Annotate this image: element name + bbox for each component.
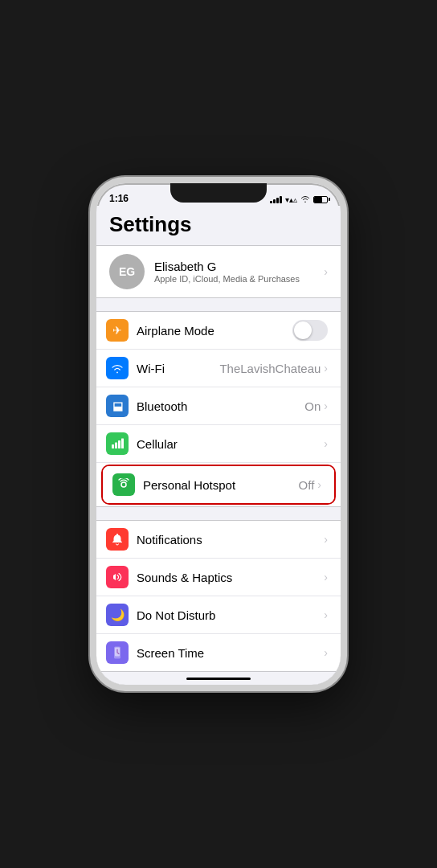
wifi-signal-icon	[300, 194, 310, 204]
sounds-haptics-chevron: ›	[324, 571, 328, 583]
wifi-label: Wi-Fi	[137, 362, 219, 375]
svg-rect-3	[121, 439, 124, 449]
bluetooth-label: Bluetooth	[137, 399, 304, 413]
bluetooth-row[interactable]: ⬓ Bluetooth On ›	[96, 387, 341, 425]
page-title: Settings	[96, 206, 341, 245]
screen-time-chevron: ›	[324, 646, 328, 659]
cellular-row[interactable]: Cellular ›	[96, 425, 341, 463]
notifications-chevron: ›	[324, 533, 328, 546]
sounds-haptics-label: Sounds & Haptics	[137, 571, 324, 584]
connectivity-section: ✈ Airplane Mode Wi-Fi TheLavishChateau	[96, 311, 341, 507]
status-icons: ▾▴▵	[270, 194, 328, 204]
svg-rect-2	[118, 440, 120, 448]
svg-point-4	[121, 482, 126, 487]
airplane-mode-icon: ✈	[106, 319, 129, 342]
screen-time-icon	[106, 641, 129, 664]
wifi-icon: ▾▴▵	[285, 195, 297, 204]
bluetooth-chevron: ›	[324, 399, 328, 412]
notch	[170, 183, 267, 203]
sounds-haptics-icon	[106, 566, 129, 588]
personal-hotspot-chevron: ›	[317, 478, 321, 491]
bluetooth-value: On	[304, 399, 321, 413]
status-time: 1:16	[109, 193, 129, 204]
airplane-mode-label: Airplane Mode	[137, 324, 292, 338]
personal-hotspot-icon	[112, 473, 135, 496]
notifications-row[interactable]: Notifications ›	[96, 521, 341, 559]
cellular-chevron: ›	[324, 437, 328, 450]
signal-icon	[270, 195, 282, 203]
svg-rect-1	[115, 443, 117, 449]
cellular-label: Cellular	[137, 437, 324, 451]
do-not-disturb-label: Do Not Disturb	[137, 608, 324, 622]
do-not-disturb-chevron: ›	[324, 608, 328, 621]
notifications-icon	[106, 528, 129, 551]
profile-info: Elisabeth G Apple ID, iCloud, Media & Pu…	[154, 260, 314, 284]
profile-name: Elisabeth G	[154, 260, 314, 273]
screen-content: Settings EG Elisabeth G Apple ID, iCloud…	[96, 206, 341, 685]
battery-icon	[313, 196, 328, 203]
profile-row[interactable]: EG Elisabeth G Apple ID, iCloud, Media &…	[96, 246, 341, 297]
airplane-mode-toggle[interactable]	[292, 320, 328, 341]
bluetooth-icon: ⬓	[106, 395, 129, 417]
do-not-disturb-row[interactable]: 🌙 Do Not Disturb ›	[96, 596, 341, 634]
wifi-icon	[106, 357, 129, 379]
do-not-disturb-icon: 🌙	[106, 604, 129, 626]
profile-subtitle: Apple ID, iCloud, Media & Purchases	[154, 274, 314, 284]
personal-hotspot-value: Off	[299, 478, 315, 492]
cellular-icon	[106, 432, 129, 455]
wifi-chevron: ›	[324, 362, 328, 375]
wifi-row[interactable]: Wi-Fi TheLavishChateau ›	[96, 350, 341, 387]
personal-hotspot-label: Personal Hotspot	[143, 478, 299, 492]
sounds-haptics-row[interactable]: Sounds & Haptics ›	[96, 559, 341, 596]
avatar: EG	[109, 254, 145, 289]
airplane-mode-row[interactable]: ✈ Airplane Mode	[96, 312, 341, 350]
screen-time-row[interactable]: Screen Time ›	[96, 634, 341, 671]
home-indicator[interactable]	[186, 678, 251, 680]
wifi-value: TheLavishChateau	[219, 362, 321, 375]
svg-marker-5	[113, 574, 116, 580]
svg-rect-0	[112, 444, 114, 448]
profile-section[interactable]: EG Elisabeth G Apple ID, iCloud, Media &…	[96, 245, 341, 298]
screen-time-label: Screen Time	[137, 646, 324, 660]
phone-frame: 1:16 ▾▴▵ Settings	[90, 177, 347, 691]
profile-chevron: ›	[324, 265, 328, 278]
alerts-section: Notifications › Sounds & Haptics › �	[96, 520, 341, 672]
notifications-label: Notifications	[137, 533, 324, 547]
personal-hotspot-highlight: Personal Hotspot Off ›	[101, 465, 336, 505]
personal-hotspot-row[interactable]: Personal Hotspot Off ›	[103, 466, 334, 503]
